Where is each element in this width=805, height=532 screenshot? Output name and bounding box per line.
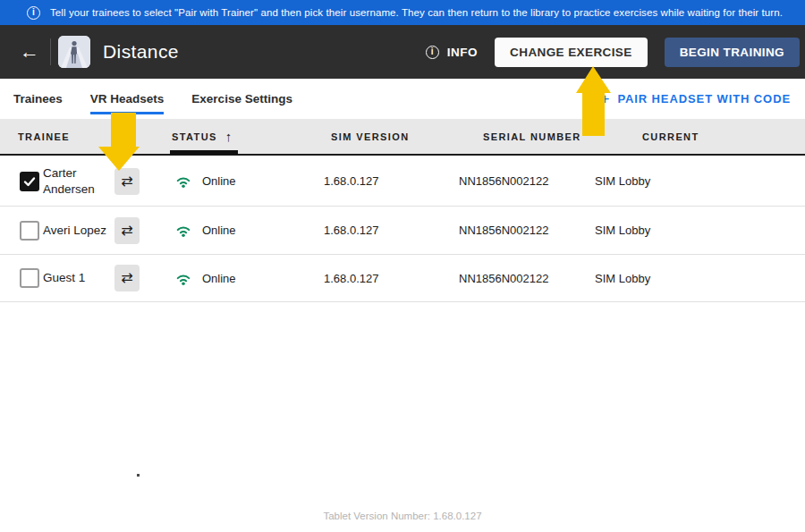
trainee-cell: Averi Lopez ⇄ — [0, 217, 170, 244]
headset-table-body: Carter Andersen ⇄ Online 1.68.0.127 NN18… — [0, 156, 805, 302]
stray-dot-artifact — [137, 474, 140, 477]
notice-banner: i Tell your trainees to select "Pair wit… — [0, 0, 805, 25]
info-button-icon: i — [426, 46, 439, 59]
trainee-checkbox[interactable] — [20, 172, 39, 191]
status-cell: Online — [170, 223, 322, 238]
checkmark-icon — [22, 174, 37, 189]
swap-trainee-button[interactable]: ⇄ — [114, 168, 140, 195]
sim-version-cell: 1.68.0.127 — [322, 224, 456, 237]
wifi-icon — [174, 173, 192, 189]
notice-banner-text: Tell your trainees to select "Pair with … — [50, 7, 783, 18]
trainee-cell: Carter Andersen ⇄ — [0, 165, 170, 197]
info-button-label: INFO — [447, 46, 478, 59]
swap-trainee-button[interactable]: ⇄ — [114, 265, 140, 291]
current-cell: SIM Lobby — [590, 224, 805, 237]
info-button[interactable]: i INFO — [426, 46, 478, 59]
tab-vr-headsets[interactable]: VR Headsets — [90, 90, 165, 107]
status-header-label: STATUS — [172, 131, 217, 142]
trainee-checkbox[interactable] — [20, 221, 39, 241]
column-header-status[interactable]: STATUS ↑ — [170, 129, 322, 144]
status-text: Online — [202, 174, 236, 188]
begin-training-button[interactable]: BEGIN TRAINING — [665, 38, 800, 67]
back-button[interactable]: ← — [16, 42, 43, 62]
status-cell: Online — [170, 173, 322, 189]
trainee-name: Guest 1 — [43, 270, 109, 286]
current-cell: SIM Lobby — [590, 174, 805, 188]
tab-bar: Trainees VR Headsets Exercise Settings +… — [0, 79, 805, 119]
serial-number-cell: NN1856N002122 — [456, 272, 590, 285]
serial-number-cell: NN1856N002122 — [456, 224, 590, 237]
appbar-actions: i INFO CHANGE EXERCISE BEGIN TRAINING — [426, 38, 800, 67]
exercise-thumbnail — [58, 36, 90, 68]
headset-row: Carter Andersen ⇄ Online 1.68.0.127 NN18… — [0, 156, 805, 207]
plus-icon: + — [600, 90, 609, 108]
wifi-icon — [174, 271, 192, 286]
column-header-sim-version: SIM VERSION — [322, 131, 456, 142]
sort-ascending-icon: ↑ — [225, 129, 233, 144]
pair-headset-with-code-link[interactable]: + PAIR HEADSET WITH CODE — [600, 90, 791, 108]
trainee-cell: Guest 1 ⇄ — [0, 265, 170, 291]
sim-version-cell: 1.68.0.127 — [322, 272, 456, 285]
current-cell: SIM Lobby — [590, 272, 805, 285]
tablet-version-text: Tablet Version Number: 1.68.0.127 — [0, 511, 805, 521]
tab-trainees[interactable]: Trainees — [13, 90, 63, 107]
status-cell: Online — [170, 271, 322, 286]
column-header-serial-number: SERIAL NUMBER — [456, 131, 590, 142]
appbar-divider — [50, 38, 51, 65]
tab-exercise-settings[interactable]: Exercise Settings — [191, 90, 292, 107]
status-text: Online — [202, 272, 236, 285]
info-icon: i — [27, 6, 40, 20]
trainee-name: Carter Andersen — [43, 165, 109, 197]
wifi-icon — [174, 223, 192, 238]
status-text: Online — [202, 224, 236, 237]
page-title: Distance — [103, 41, 179, 63]
sim-version-cell: 1.68.0.127 — [322, 174, 456, 188]
app-bar: ← Distance i INFO CHANGE EXERCISE BEGIN … — [0, 25, 805, 79]
column-header-trainee: TRAINEE — [0, 131, 170, 142]
trainee-checkbox[interactable] — [20, 268, 39, 288]
trainee-name: Averi Lopez — [43, 223, 109, 239]
person-distance-image — [58, 36, 90, 68]
table-header: TRAINEE STATUS ↑ SIM VERSION SERIAL NUMB… — [0, 119, 805, 156]
column-header-current: CURRENT — [590, 131, 805, 142]
serial-number-cell: NN1856N002122 — [456, 174, 590, 188]
swap-trainee-button[interactable]: ⇄ — [114, 217, 140, 244]
headset-row: Guest 1 ⇄ Online 1.68.0.127 NN1856N00212… — [0, 255, 805, 302]
pair-headset-label: PAIR HEADSET WITH CODE — [617, 92, 791, 106]
change-exercise-button[interactable]: CHANGE EXERCISE — [495, 38, 648, 67]
headset-row: Averi Lopez ⇄ Online 1.68.0.127 NN1856N0… — [0, 207, 805, 255]
status-sort-indicator — [170, 150, 238, 155]
